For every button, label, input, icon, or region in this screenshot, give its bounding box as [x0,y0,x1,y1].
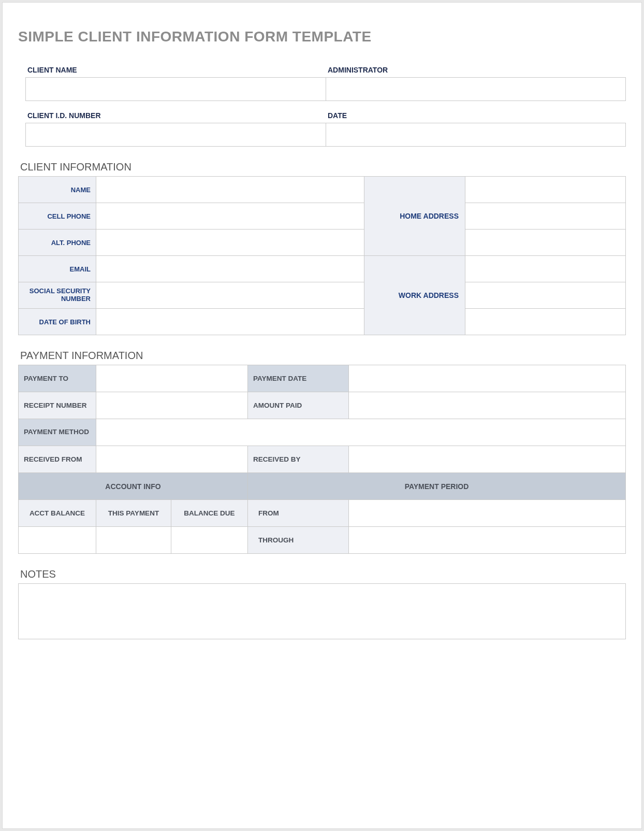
client-name-input[interactable] [25,77,326,101]
client-name-label: CLIENT NAME [25,63,326,77]
pi-received-by-input[interactable] [349,446,626,473]
ci-ssn-label: SOCIAL SECURITY NUMBER [19,282,96,309]
ci-work-address-input-1[interactable] [465,256,626,282]
pi-from-input[interactable] [349,500,626,527]
ci-home-address-input-3[interactable] [465,230,626,256]
ci-home-address-input-1[interactable] [465,177,626,203]
client-name-field: CLIENT NAME [25,63,326,101]
header-row-1: CLIENT NAME ADMINISTRATOR [25,63,626,101]
ci-email-input[interactable] [96,256,364,282]
pi-balance-due-label: BALANCE DUE [171,500,248,527]
page: SIMPLE CLIENT INFORMATION FORM TEMPLATE … [2,2,642,829]
pi-acct-balance-label: ACCT BALANCE [19,500,96,527]
ci-ssn-input[interactable] [96,282,364,309]
ci-alt-phone-input[interactable] [96,230,364,256]
pi-received-from-input[interactable] [96,446,248,473]
pi-through-input[interactable] [349,527,626,554]
ci-dob-input[interactable] [96,309,364,335]
date-label: DATE [326,108,626,123]
pi-receipt-number-input[interactable] [96,392,248,419]
pi-payment-period-header: PAYMENT PERIOD [248,473,626,500]
pi-payment-to-input[interactable] [96,365,248,392]
pi-payment-date-label: PAYMENT DATE [248,365,349,392]
section-payment-info-title: PAYMENT INFORMATION [20,350,626,362]
ci-alt-phone-label: ALT. PHONE [19,230,96,256]
ci-email-label: EMAIL [19,256,96,282]
client-id-label: CLIENT I.D. NUMBER [25,108,326,123]
pi-account-info-header: ACCOUNT INFO [19,473,248,500]
pi-receipt-number-label: RECEIPT NUMBER [19,392,96,419]
ci-work-address-input-3[interactable] [465,309,626,335]
pi-from-label: FROM [248,500,349,527]
payment-info-table: PAYMENT TO PAYMENT DATE RECEIPT NUMBER A… [18,365,626,554]
pi-through-label: THROUGH [248,527,349,554]
page-title: SIMPLE CLIENT INFORMATION FORM TEMPLATE [18,28,626,45]
ci-work-address-input-2[interactable] [465,282,626,309]
ci-cell-phone-input[interactable] [96,203,364,230]
administrator-label: ADMINISTRATOR [326,63,626,77]
ci-cell-phone-label: CELL PHONE [19,203,96,230]
notes-input[interactable] [18,583,626,639]
pi-payment-method-label: PAYMENT METHOD [19,419,96,446]
pi-received-from-label: RECEIVED FROM [19,446,96,473]
administrator-field: ADMINISTRATOR [326,63,626,101]
administrator-input[interactable] [326,77,626,101]
section-notes-title: NOTES [20,568,626,580]
pi-payment-method-input[interactable] [96,419,626,446]
pi-this-payment-label: THIS PAYMENT [96,500,171,527]
section-client-info-title: CLIENT INFORMATION [20,161,626,173]
ci-dob-label: DATE OF BIRTH [19,309,96,335]
client-id-input[interactable] [25,123,326,147]
ci-work-address-label: WORK ADDRESS [364,256,465,335]
pi-balance-due-input[interactable] [171,527,248,554]
ci-name-label: NAME [19,177,96,203]
pi-acct-balance-input[interactable] [19,527,96,554]
pi-amount-paid-label: AMOUNT PAID [248,392,349,419]
client-id-field: CLIENT I.D. NUMBER [25,108,326,147]
ci-name-input[interactable] [96,177,364,203]
pi-this-payment-input[interactable] [96,527,171,554]
date-input[interactable] [326,123,626,147]
client-info-table: NAME HOME ADDRESS CELL PHONE ALT. PHONE … [18,176,626,335]
ci-home-address-input-2[interactable] [465,203,626,230]
pi-received-by-label: RECEIVED BY [248,446,349,473]
header-row-2: CLIENT I.D. NUMBER DATE [25,108,626,147]
pi-payment-to-label: PAYMENT TO [19,365,96,392]
ci-home-address-label: HOME ADDRESS [364,177,465,256]
pi-payment-date-input[interactable] [349,365,626,392]
date-field: DATE [326,108,626,147]
pi-amount-paid-input[interactable] [349,392,626,419]
